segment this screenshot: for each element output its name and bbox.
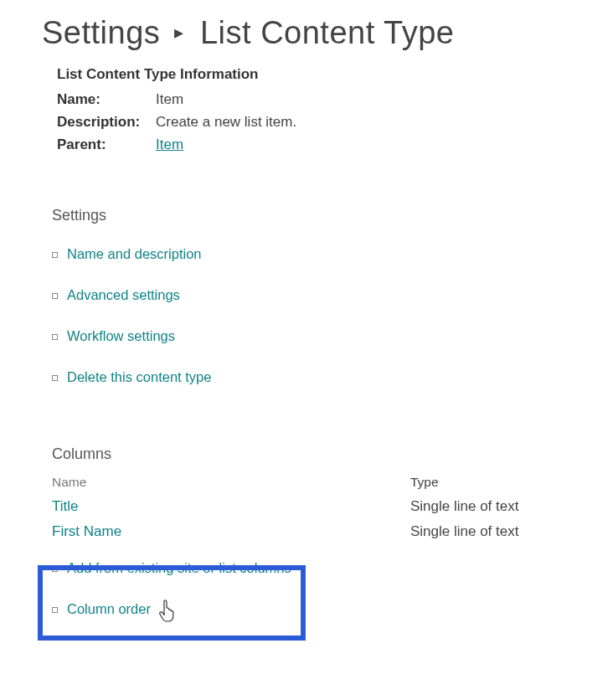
- info-heading: List Content Type Information: [57, 66, 571, 83]
- settings-heading: Settings: [52, 207, 571, 224]
- column-name-link[interactable]: Title: [52, 498, 79, 514]
- info-parent-label: Parent:: [57, 133, 156, 156]
- columns-header-name: Name: [52, 475, 410, 490]
- columns-table: Name Type Title Single line of text Firs…: [52, 475, 571, 540]
- column-order-link[interactable]: Column order: [67, 601, 151, 616]
- settings-item: Delete this content type: [52, 369, 571, 385]
- workflow-settings-link[interactable]: Workflow settings: [67, 328, 175, 343]
- content-type-info: List Content Type Information Name: Item…: [42, 66, 571, 157]
- column-name-link[interactable]: First Name: [52, 523, 121, 539]
- columns-heading: Columns: [52, 445, 571, 463]
- settings-item: Workflow settings: [52, 328, 571, 344]
- add-from-existing-columns-link[interactable]: Add from existing site or list columns: [67, 560, 291, 575]
- breadcrumb-separator-icon: ▸: [174, 22, 184, 44]
- page-title: Settings ▸ List Content Type: [42, 15, 571, 51]
- name-and-description-link[interactable]: Name and description: [67, 246, 202, 261]
- breadcrumb-parent[interactable]: Settings: [42, 15, 160, 50]
- settings-item: Advanced settings: [52, 287, 571, 303]
- columns-header-type: Type: [410, 475, 439, 490]
- columns-action-item: Add from existing site or list columns: [52, 560, 571, 576]
- column-type-value: Single line of text: [410, 498, 518, 515]
- info-name-label: Name:: [57, 88, 156, 111]
- column-type-value: Single line of text: [410, 523, 518, 540]
- delete-content-type-link[interactable]: Delete this content type: [67, 369, 211, 384]
- settings-item: Name and description: [52, 246, 571, 262]
- advanced-settings-link[interactable]: Advanced settings: [67, 287, 180, 302]
- info-name-value: Item: [156, 88, 183, 111]
- table-row: First Name Single line of text: [52, 523, 571, 540]
- table-row: Title Single line of text: [52, 498, 571, 515]
- columns-header-row: Name Type: [52, 475, 571, 490]
- settings-section: Settings Name and description Advanced s…: [42, 207, 571, 385]
- columns-section: Columns Name Type Title Single line of t…: [42, 445, 571, 617]
- info-description-value: Create a new list item.: [156, 111, 296, 133]
- columns-action-item: Column order: [52, 601, 571, 617]
- breadcrumb-current: List Content Type: [200, 15, 455, 50]
- info-description-label: Description:: [57, 111, 156, 133]
- info-parent-link[interactable]: Item: [156, 133, 183, 156]
